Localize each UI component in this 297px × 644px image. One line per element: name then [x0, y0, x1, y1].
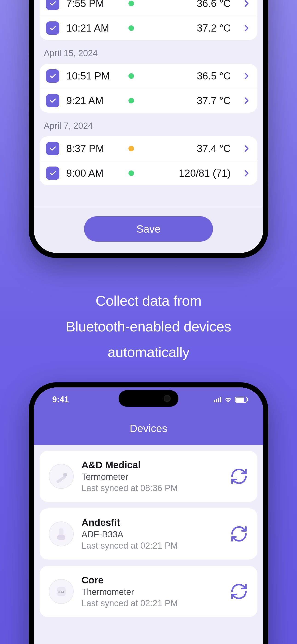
- device-image: [49, 464, 74, 489]
- device-name: Core: [82, 575, 222, 586]
- svg-rect-3: [57, 535, 66, 540]
- cellular-icon: [214, 397, 221, 402]
- status-dot: [128, 98, 134, 104]
- record-row[interactable]: 9:21 AM 37.7 °C: [40, 88, 258, 113]
- record-value: 37.7 °C: [197, 95, 231, 106]
- chevron-right-icon[interactable]: [242, 24, 251, 33]
- svg-text:CORE: CORE: [58, 590, 65, 593]
- record-value: 37.2 °C: [197, 22, 231, 34]
- device-last-sync: Last synced at 02:21 PM: [82, 598, 222, 608]
- record-time: 8:37 PM: [66, 143, 122, 154]
- screen-top: 7:55 PM 36.6 °C 10:21 AM 37.2 °C: [34, 0, 263, 253]
- record-row[interactable]: 10:51 PM 36.5 °C: [40, 64, 258, 88]
- record-value: 37.4 °C: [197, 143, 231, 154]
- bottom-bar: Save: [34, 207, 263, 253]
- record-row[interactable]: 7:55 PM 36.6 °C: [40, 0, 258, 16]
- screen-bottom: 9:41 Devices A&D Med: [34, 388, 263, 644]
- record-card: 7:55 PM 36.6 °C 10:21 AM 37.2 °C: [40, 0, 258, 40]
- checkbox[interactable]: [46, 142, 60, 155]
- marketing-line: Bluetooth-enabled devices: [18, 314, 278, 340]
- chevron-right-icon[interactable]: [242, 144, 251, 153]
- chevron-right-icon[interactable]: [242, 96, 251, 105]
- device-image: CORE: [49, 579, 74, 604]
- device-name: A&D Medical: [82, 460, 222, 470]
- device-last-sync: Last synced at 02:21 PM: [82, 541, 222, 551]
- device-row[interactable]: CORE Core Thermometer Last synced at 02:…: [40, 566, 258, 617]
- wifi-icon: [224, 397, 232, 402]
- chevron-right-icon[interactable]: [242, 0, 251, 8]
- svg-point-1: [63, 473, 67, 476]
- chevron-right-icon[interactable]: [242, 168, 251, 178]
- status-dot: [128, 25, 134, 31]
- record-value: 36.6 °C: [197, 0, 231, 9]
- sync-icon[interactable]: [230, 525, 248, 543]
- phone-frame-bottom: 9:41 Devices A&D Med: [29, 382, 268, 644]
- devices-list: A&D Medical Termometer Last synced at 08…: [34, 445, 263, 623]
- record-value: 36.5 °C: [197, 70, 231, 82]
- record-time: 10:21 AM: [66, 22, 122, 34]
- device-model: Termometer: [82, 472, 222, 482]
- record-time: 7:55 PM: [66, 0, 122, 9]
- status-dot: [128, 73, 134, 79]
- record-time: 9:21 AM: [66, 95, 122, 106]
- checkbox[interactable]: [46, 0, 60, 10]
- section-date: April 15, 2024: [40, 40, 258, 64]
- device-name: Andesfit: [82, 517, 222, 528]
- record-card: 8:37 PM 37.4 °C 9:00 AM 120/81 (71: [40, 136, 258, 185]
- dynamic-island: [118, 390, 178, 407]
- record-row[interactable]: 10:21 AM 37.2 °C: [40, 16, 258, 40]
- marketing-line: automatically: [18, 339, 278, 365]
- section-date: April 7, 2024: [40, 113, 258, 136]
- marketing-line: Collect data from: [18, 288, 278, 314]
- checkbox[interactable]: [46, 94, 60, 107]
- sync-icon[interactable]: [230, 582, 248, 601]
- device-row[interactable]: A&D Medical Termometer Last synced at 08…: [40, 451, 258, 502]
- record-value: 120/81 (71): [179, 168, 231, 179]
- status-dot: [128, 170, 134, 176]
- save-button[interactable]: Save: [84, 216, 213, 242]
- checkbox[interactable]: [46, 166, 60, 180]
- record-time: 10:51 PM: [66, 70, 122, 82]
- status-dot: [128, 1, 134, 6]
- marketing-text: Collect data from Bluetooth-enabled devi…: [0, 288, 297, 365]
- device-image: [49, 522, 74, 546]
- record-time: 9:00 AM: [66, 168, 122, 179]
- status-time: 9:41: [52, 395, 69, 404]
- record-card: 10:51 PM 36.5 °C 9:21 AM 37.7 °C: [40, 64, 258, 113]
- record-row[interactable]: 9:00 AM 120/81 (71): [40, 161, 258, 185]
- phone-frame-top: 7:55 PM 36.6 °C 10:21 AM 37.2 °C: [29, 0, 268, 258]
- device-row[interactable]: Andesfit ADF-B33A Last synced at 02:21 P…: [40, 508, 258, 560]
- record-row[interactable]: 8:37 PM 37.4 °C: [40, 136, 258, 161]
- checkbox[interactable]: [46, 22, 60, 35]
- chevron-right-icon[interactable]: [242, 72, 251, 80]
- battery-icon: [235, 397, 247, 402]
- status-dot: [128, 146, 134, 151]
- device-model: ADF-B33A: [82, 530, 222, 540]
- device-model: Thermometer: [82, 587, 222, 597]
- checkbox[interactable]: [46, 69, 60, 83]
- device-last-sync: Last synced at 08:36 PM: [82, 483, 222, 493]
- sync-icon[interactable]: [230, 467, 248, 486]
